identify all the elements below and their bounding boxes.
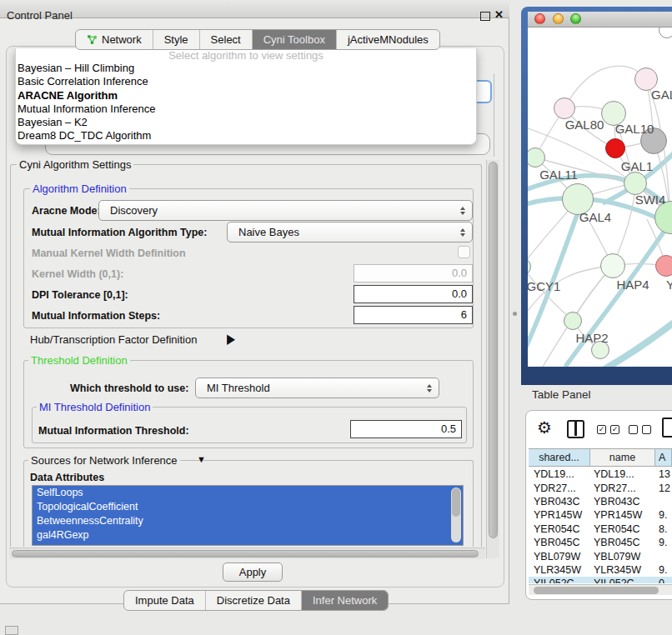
- table-row[interactable]: YBR043C YBR043C: [529, 495, 672, 508]
- cell-name: YPR145W: [590, 509, 655, 521]
- table-row[interactable]: YBR045C YBR045C 9.: [529, 536, 672, 549]
- cell-name: YBR045C: [590, 537, 655, 548]
- which-threshold-value: MI Threshold: [196, 382, 422, 394]
- network-window-titlebar[interactable]: [528, 12, 672, 28]
- table-row[interactable]: YPR145W YPR145W 9.: [529, 508, 672, 522]
- dpi-tolerance-label: DPI Tolerance [0,1]:: [32, 289, 128, 301]
- tab-network[interactable]: Network: [76, 30, 153, 49]
- table-row[interactable]: YIL052C YIL052C 0.: [529, 577, 672, 583]
- mi-type-value: Naive Bayes: [228, 226, 455, 238]
- data-attribute-item[interactable]: BetweennessCentrality: [33, 514, 463, 528]
- table-row[interactable]: YDR27... YDR27... 12: [529, 481, 672, 494]
- minimize-window-icon[interactable]: [553, 13, 564, 24]
- cell-name: YBL079W: [590, 551, 655, 562]
- attributes-scrollbar-thumb[interactable]: [452, 488, 460, 517]
- column-layout-icon[interactable]: [567, 420, 584, 438]
- zoom-window-icon[interactable]: [570, 13, 581, 24]
- apply-button[interactable]: Apply: [223, 562, 283, 582]
- manual-kernel-checkbox[interactable]: [458, 246, 470, 258]
- data-attribute-item[interactable]: gal4RGexp: [33, 528, 463, 542]
- mi-threshold-input[interactable]: 0.5: [350, 420, 462, 438]
- column-header-partial[interactable]: A: [655, 449, 672, 466]
- algorithm-list-item[interactable]: Dream8 DC_TDC Algorithm: [16, 129, 476, 142]
- kernel-width-label: Kernel Width (0,1):: [32, 268, 123, 280]
- gear-icon[interactable]: ⚙: [537, 418, 552, 437]
- minimized-panel-icon[interactable]: [5, 626, 18, 635]
- tab-jactivemnodules-label: jActiveMNodules: [348, 33, 429, 46]
- cell-name: YER054C: [590, 523, 655, 535]
- select-all-icon[interactable]: ✓ ✓: [597, 425, 619, 434]
- collapse-arrow-icon[interactable]: ▼: [197, 454, 206, 464]
- network-node-label: GAL80: [565, 118, 604, 132]
- algorithm-list-item[interactable]: Bayesian – Hill Climbing: [16, 62, 476, 75]
- tab-discretize-data[interactable]: Discretize Data: [205, 591, 301, 610]
- network-node[interactable]: [564, 312, 582, 330]
- stepper-icon: [455, 228, 470, 237]
- control-panel-titlebar[interactable]: [0, 0, 509, 18]
- which-threshold-combo[interactable]: MI Threshold: [195, 378, 439, 398]
- cell-name: YDR27...: [590, 482, 655, 494]
- mi-type-combo[interactable]: Naive Bayes: [227, 222, 473, 242]
- network-node-label: GAL: [651, 88, 672, 102]
- column-header-name[interactable]: name: [590, 449, 655, 466]
- cell-shared-name: YBR045C: [529, 537, 590, 548]
- algorithm-list-item[interactable]: Mutual Information Inference: [16, 102, 476, 116]
- stepper-icon: [422, 384, 437, 392]
- cell-value: 8.: [655, 523, 672, 535]
- table-horizontal-scrollbar-thumb[interactable]: [534, 587, 659, 594]
- cell-value: 13: [655, 468, 672, 480]
- tab-jactivemnodules[interactable]: jActiveMNodules: [336, 30, 439, 49]
- settings-horizontal-scrollbar-thumb[interactable]: [12, 550, 479, 558]
- network-node-label: GAL4: [579, 210, 611, 224]
- table-row[interactable]: YER054C YER054C 8.: [529, 522, 672, 536]
- mi-steps-input[interactable]: 6: [354, 306, 473, 324]
- algorithm-list-item[interactable]: Basic Correlation Inference: [16, 75, 476, 88]
- new-table-icon[interactable]: [662, 418, 672, 438]
- control-panel-title: Control Panel: [7, 9, 73, 22]
- algorithm-list-item[interactable]: ARACNE Algorithm: [16, 89, 476, 102]
- table-row[interactable]: YBL079W YBL079W: [529, 549, 672, 562]
- dpi-tolerance-input[interactable]: 0.0: [354, 285, 473, 303]
- cell-shared-name: YLR345W: [529, 564, 590, 576]
- network-node[interactable]: [554, 98, 575, 119]
- cell-name: YLR345W: [590, 564, 655, 576]
- data-attribute-item[interactable]: SelfLoops: [33, 486, 463, 500]
- mi-threshold-label: Mutual Information Threshold:: [38, 425, 189, 437]
- network-node-label: SWI4: [635, 192, 666, 207]
- tab-cyni-toolbox[interactable]: Cyni Toolbox: [252, 30, 336, 49]
- table-row[interactable]: YDL19... YDL19... 13: [529, 468, 672, 481]
- network-canvas[interactable]: GALGAL80GAL10GAL1GAL11SWI4GAL4GCY1HAP4YH…: [528, 28, 672, 367]
- tab-select[interactable]: Select: [199, 30, 252, 49]
- deselect-all-icon[interactable]: [629, 425, 651, 434]
- float-window-icon[interactable]: [480, 12, 490, 21]
- close-icon[interactable]: ✕: [494, 8, 504, 21]
- tab-style[interactable]: Style: [153, 30, 199, 49]
- column-header-shared-name[interactable]: shared...: [529, 449, 590, 466]
- expand-arrow-icon[interactable]: ▶: [227, 331, 235, 347]
- network-node[interactable]: [655, 255, 672, 277]
- control-panel-tabbar: Network Style Select Cyni Toolbox jActiv…: [75, 29, 440, 50]
- network-node[interactable]: [605, 138, 625, 158]
- cell-name: YIL052C: [590, 578, 655, 583]
- cell-shared-name: YBR043C: [529, 496, 590, 508]
- panel-splitter-handle[interactable]: [513, 312, 517, 316]
- mi-threshold-group-title: MI Threshold Definition: [37, 402, 153, 412]
- cyni-algorithm-settings-title: Cyni Algorithm Settings: [17, 159, 133, 170]
- aracne-mode-combo[interactable]: Discovery: [98, 200, 473, 221]
- tab-infer-network[interactable]: Infer Network: [301, 591, 388, 610]
- kernel-width-input[interactable]: 0.0: [354, 264, 473, 282]
- network-node-label: GAL10: [615, 122, 654, 136]
- close-window-icon[interactable]: [534, 13, 545, 24]
- manual-kernel-label: Manual Kernel Width Definition: [32, 248, 186, 259]
- covered-groupbox-edge: [494, 73, 494, 157]
- algorithm-list-item[interactable]: Bayesian – K2: [16, 116, 476, 129]
- cell-value: 9.: [655, 537, 672, 548]
- settings-vertical-scrollbar-thumb[interactable]: [489, 162, 498, 538]
- data-attribute-item[interactable]: TopologicalCoefficient: [33, 500, 463, 514]
- unchecked-checkbox-icon: [629, 425, 638, 434]
- network-node[interactable]: [600, 253, 625, 278]
- which-threshold-label: Which threshold to use:: [70, 382, 188, 394]
- tab-impute-data[interactable]: Impute Data: [124, 591, 205, 610]
- table-row[interactable]: YLR345W YLR345W 9.: [529, 563, 672, 577]
- network-icon: [87, 34, 98, 45]
